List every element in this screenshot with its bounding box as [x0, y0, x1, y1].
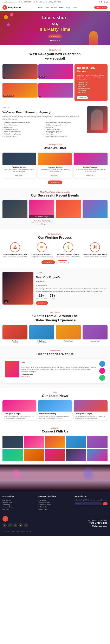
feature-2: Kids Party — [77, 86, 105, 88]
blog-card-1: Lorem Ipsum is simply Lorem ipsum dolor … — [38, 400, 72, 420]
about-image — [87, 106, 107, 133]
instagram-item-7[interactable] — [45, 449, 65, 461]
footer-col-2: Subscribe Box Subscribe to get latest ne… — [75, 495, 107, 510]
about-services-list: Creative Development and management Mult… — [3, 122, 84, 137]
nav-blog[interactable]: Blog — [67, 6, 70, 8]
event-caption-1: Lorem ipsum dolor sit amet consectetur a… — [29, 218, 54, 226]
globe-client-image-3 — [83, 325, 107, 340]
hero-dot-5[interactable] — [59, 40, 60, 41]
about-service-c2-6: Budget development and tracking — [45, 135, 85, 137]
offer-card-link-1[interactable]: Read More → — [51, 175, 59, 176]
feature-0: Wedding Care — [77, 81, 105, 84]
team-stat-label-0: Successful Events — [36, 298, 47, 299]
blog-card-excerpt-1: Lorem ipsum dolor sit amet consectetur a… — [39, 416, 71, 419]
team-book-button[interactable]: Book Now — [36, 301, 48, 305]
event-card-0 — [3, 200, 27, 226]
events-heading: Our Successful Recent Events — [3, 194, 107, 197]
hero-dot-3[interactable] — [54, 40, 56, 41]
event-card-3 — [83, 200, 107, 226]
process-circle-3: 🎉 — [90, 242, 100, 252]
process-desc-3: Lorem ipsum dolor sit amet consectetur — [82, 256, 107, 258]
hero-heading: Life is short so, It's Party Time — [40, 15, 70, 32]
footer-link-1-0[interactable]: How to book? — [38, 499, 71, 501]
nav-services[interactable]: Services — [51, 6, 57, 8]
blog-card-0: Lorem Ipsum is simply Lorem ipsum dolor … — [3, 400, 36, 420]
blog-card-image-2 — [74, 400, 107, 412]
footer-link-0-3[interactable]: Corporate Events — [3, 506, 35, 508]
nav-cta-button[interactable]: Get A Quote — [94, 6, 107, 9]
hero-dot-1[interactable] — [50, 40, 51, 41]
process-icon-3: 🎉 — [93, 245, 97, 249]
globe-clients: Alex Roy New York Baby Brown Chicago (Mg… — [3, 325, 107, 343]
footer-subscribe-button[interactable]: → — [103, 502, 107, 506]
hero-dot-4[interactable] — [57, 40, 58, 41]
testimonial-avatar-1[interactable] — [99, 368, 105, 374]
process-desc-0: Lorem ipsum dolor sit amet consectetur — [3, 256, 28, 258]
nav-contact[interactable]: Contact — [72, 6, 78, 8]
youtube-icon[interactable]: yt — [106, 1, 107, 3]
nav-about[interactable]: About — [45, 6, 49, 8]
testimonial-avatar-2[interactable] — [99, 375, 105, 381]
footer-facebook-icon[interactable]: f — [3, 523, 7, 527]
footer-col-0: Our Services Birthday Party Wedding Part… — [3, 495, 35, 510]
twitter-icon[interactable]: t — [101, 1, 102, 3]
best-party-cta-button[interactable]: View More — [77, 96, 88, 99]
feature-5: Decoration — [77, 92, 105, 94]
blog-card-body-1: Lorem Ipsum is simply Lorem ipsum dolor … — [38, 412, 72, 420]
topbar: info@example.com +1-234-567-8900 123 Par… — [0, 0, 110, 4]
globe-section: Our Clients Client's From All Around The… — [0, 308, 110, 346]
instagram-item-9[interactable] — [87, 449, 107, 461]
footer-link-1-2[interactable]: Cancellation Policy — [38, 504, 71, 506]
footer-email-input[interactable] — [75, 502, 102, 506]
offer-card-link-2[interactable]: Read More → — [86, 175, 95, 176]
event-image-3 — [83, 200, 107, 218]
footer-link-0-2[interactable]: Anniversary — [3, 504, 35, 506]
footer-party-image — [0, 464, 110, 491]
instagram-grid — [3, 436, 107, 461]
instagram-item-4[interactable] — [87, 436, 107, 448]
testimonial-avatar-0[interactable] — [99, 361, 105, 367]
gallery-item-1 — [3, 64, 38, 79]
process-step-1: 🤝 Connect with the best vendor Lorem ips… — [29, 242, 54, 258]
instagram-item-1[interactable] — [24, 436, 44, 448]
globe-client-name-0: Alex Roy — [3, 340, 27, 342]
hero-cta-button[interactable]: View More — [48, 34, 62, 38]
process-quote-button[interactable]: Get A Quote — [41, 260, 55, 264]
footer-link-1-1[interactable]: Payment Methods — [38, 501, 71, 504]
facebook-icon[interactable]: f — [99, 1, 100, 3]
footer-link-0-1[interactable]: Wedding Party — [3, 501, 35, 504]
best-party-card: The Best Party Planner We offer the most… — [75, 64, 107, 101]
offer-more-button[interactable]: View More — [48, 180, 62, 184]
footer-link-0-4[interactable]: Kids Party — [3, 508, 35, 510]
globe-client-2: Michael Scott — [56, 325, 81, 343]
hero-dots — [40, 40, 70, 41]
nav-home[interactable]: Home — [38, 6, 42, 8]
footer-link-1-3[interactable]: Refund Policy — [38, 506, 71, 508]
footer-tagline-line1: We Take Care Of Preparation, — [88, 520, 107, 521]
footer-link-0-0[interactable]: Birthday Party — [3, 499, 35, 501]
team-heading: Meet Our Expert's — [36, 276, 107, 279]
instagram-item-8[interactable] — [66, 449, 86, 461]
events-tag: Make Your Parties More Memorable — [3, 191, 107, 193]
instagram-item-6[interactable] — [24, 449, 44, 461]
team-member-name: Angelina Taft — [36, 280, 107, 282]
footer-pinterest-icon[interactable]: p — [24, 523, 28, 527]
process-team-button[interactable]: Our Team — [57, 260, 69, 264]
footer-youtube-icon[interactable]: yt — [19, 523, 23, 527]
feature-4: Anniversary — [77, 90, 105, 92]
instagram-item-5[interactable] — [3, 449, 23, 461]
linkedin-icon[interactable]: in — [103, 1, 105, 3]
footer-grid: Our Services Birthday Party Wedding Part… — [3, 495, 107, 510]
nav-events[interactable]: Events — [59, 6, 64, 8]
about-image-placeholder — [87, 106, 107, 133]
instagram-item-2[interactable] — [45, 436, 65, 448]
instagram-item-3[interactable] — [66, 436, 86, 448]
footer-instagram-icon[interactable]: ig — [13, 523, 17, 527]
team-stats: 52+ Successful Events 73+ Rating — [36, 294, 107, 299]
nav-links: Home About Services Events Blog Contact — [38, 6, 77, 8]
footer-twitter-icon[interactable]: t — [8, 523, 12, 527]
offer-card-link-0[interactable]: Read More → — [15, 175, 24, 176]
footer-link-1-4[interactable]: Privacy Policy — [38, 508, 71, 510]
instagram-item-0[interactable] — [3, 436, 23, 448]
hero-dot-2[interactable] — [52, 40, 54, 41]
